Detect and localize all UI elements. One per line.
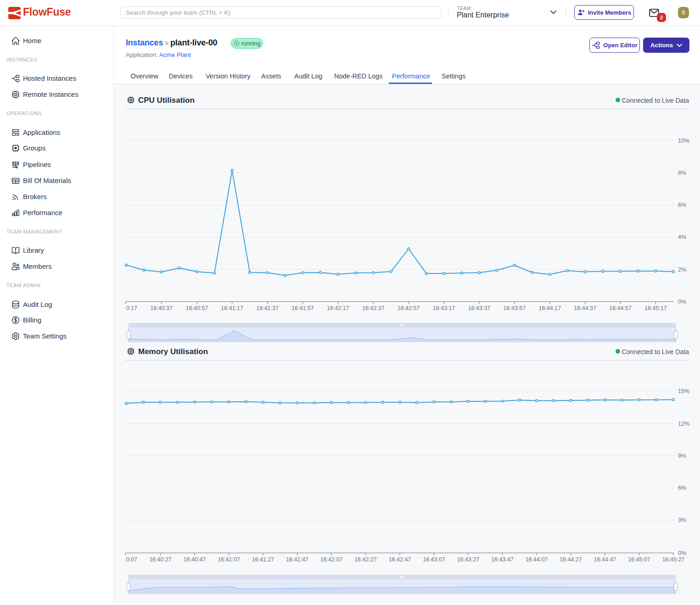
- svg-text:9%: 9%: [678, 453, 686, 459]
- svg-text:0%: 0%: [678, 299, 686, 305]
- svg-text:16:41:37: 16:41:37: [256, 305, 279, 311]
- svg-text:16:41:57: 16:41:57: [291, 305, 314, 311]
- svg-text:16:42:37: 16:42:37: [362, 305, 385, 311]
- svg-text:16:43:07: 16:43:07: [423, 556, 445, 563]
- svg-text:16:40:27: 16:40:27: [149, 556, 172, 563]
- svg-text:16:40:37: 16:40:37: [151, 305, 173, 311]
- svg-text:0:17: 0:17: [126, 305, 137, 311]
- svg-text:16:43:57: 16:43:57: [504, 305, 526, 311]
- svg-text:10%: 10%: [678, 138, 689, 144]
- svg-text:16:44:47: 16:44:47: [594, 556, 616, 563]
- svg-text:16:43:37: 16:43:37: [468, 305, 491, 311]
- svg-text:15%: 15%: [678, 388, 689, 394]
- svg-text:16:43:17: 16:43:17: [433, 305, 455, 311]
- svg-text:0%: 0%: [678, 550, 686, 556]
- svg-text:16:42:57: 16:42:57: [398, 305, 420, 311]
- svg-text:12%: 12%: [678, 421, 689, 427]
- svg-text:16:42:17: 16:42:17: [327, 305, 349, 311]
- svg-text:4%: 4%: [678, 234, 686, 240]
- svg-text:16:41:07: 16:41:07: [218, 556, 240, 563]
- svg-text:16:42:07: 16:42:07: [320, 556, 343, 563]
- svg-text:6%: 6%: [678, 202, 686, 208]
- svg-text:16:41:27: 16:41:27: [252, 556, 274, 563]
- svg-text:16:43:27: 16:43:27: [457, 556, 480, 563]
- svg-text:16:42:47: 16:42:47: [389, 556, 411, 563]
- svg-text:6%: 6%: [678, 485, 686, 491]
- svg-text:16:44:27: 16:44:27: [560, 556, 582, 563]
- svg-text:2%: 2%: [678, 266, 686, 273]
- svg-text:16:44:07: 16:44:07: [526, 556, 548, 563]
- svg-text:8%: 8%: [678, 170, 686, 176]
- svg-text:16:44:17: 16:44:17: [538, 305, 561, 311]
- svg-text:16:44:37: 16:44:37: [574, 305, 596, 311]
- svg-text:0:07: 0:07: [126, 556, 137, 563]
- svg-text:16:45:27: 16:45:27: [662, 556, 685, 563]
- svg-text:16:41:17: 16:41:17: [221, 305, 243, 311]
- svg-text:16:43:47: 16:43:47: [491, 556, 514, 563]
- svg-text:16:40:47: 16:40:47: [184, 556, 206, 563]
- svg-text:16:42:27: 16:42:27: [354, 556, 377, 563]
- svg-text:16:40:57: 16:40:57: [185, 305, 208, 311]
- svg-text:16:44:57: 16:44:57: [609, 305, 632, 311]
- svg-text:16:41:47: 16:41:47: [286, 556, 308, 563]
- svg-text:16:45:17: 16:45:17: [644, 305, 667, 311]
- svg-text:3%: 3%: [678, 517, 686, 523]
- svg-text:16:45:07: 16:45:07: [628, 556, 650, 563]
